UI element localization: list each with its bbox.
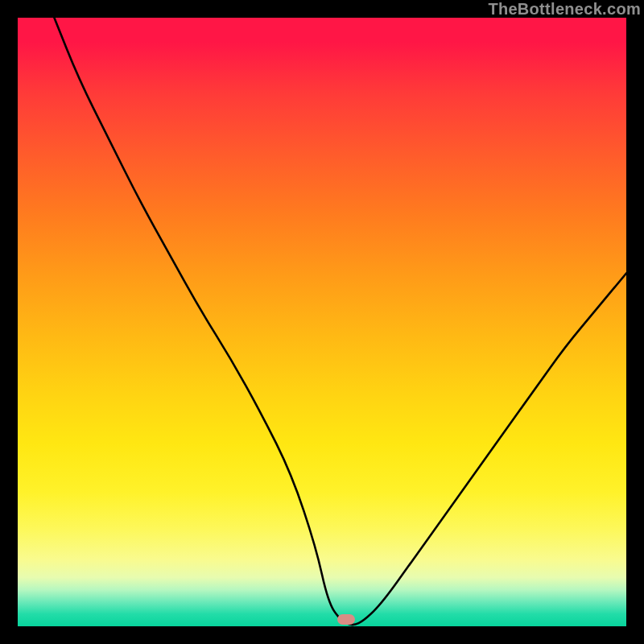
watermark-text: TheBottleneck.com (488, 0, 641, 19)
valley-marker (337, 614, 355, 625)
plot-area (18, 18, 626, 626)
bottleneck-curve (18, 18, 626, 626)
chart-container: TheBottleneck.com (0, 0, 644, 644)
